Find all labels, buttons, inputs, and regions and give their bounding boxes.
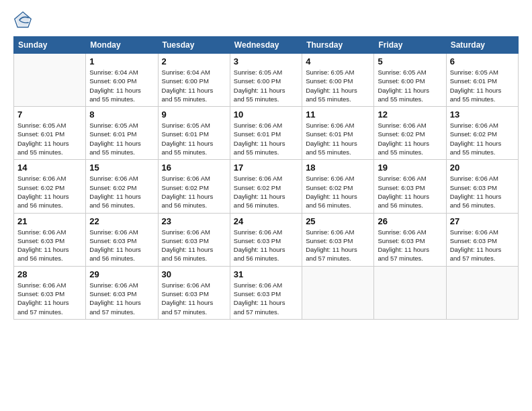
calendar-cell: 30Sunrise: 6:06 AM Sunset: 6:03 PM Dayli…: [158, 266, 230, 319]
day-number: 24: [234, 216, 298, 226]
day-info: Sunrise: 6:06 AM Sunset: 6:03 PM Dayligh…: [378, 174, 442, 210]
day-number: 12: [378, 109, 442, 120]
calendar-cell: 20Sunrise: 6:06 AM Sunset: 6:03 PM Dayli…: [446, 160, 518, 213]
day-number: 2: [162, 56, 226, 66]
calendar-cell: 22Sunrise: 6:06 AM Sunset: 6:03 PM Dayli…: [86, 213, 158, 266]
day-info: Sunrise: 6:06 AM Sunset: 6:02 PM Dayligh…: [378, 121, 442, 156]
calendar-row: 21Sunrise: 6:06 AM Sunset: 6:03 PM Dayli…: [14, 213, 519, 266]
calendar-cell: 27Sunrise: 6:06 AM Sunset: 6:03 PM Dayli…: [446, 213, 518, 266]
weekday-header: Sunday: [14, 37, 86, 54]
day-info: Sunrise: 6:06 AM Sunset: 6:02 PM Dayligh…: [17, 174, 82, 210]
day-number: 8: [89, 109, 154, 120]
day-number: 7: [17, 109, 82, 120]
day-number: 15: [89, 163, 154, 173]
calendar-cell: 17Sunrise: 6:06 AM Sunset: 6:02 PM Dayli…: [230, 160, 302, 213]
day-info: Sunrise: 6:06 AM Sunset: 6:02 PM Dayligh…: [450, 121, 515, 156]
day-info: Sunrise: 6:06 AM Sunset: 6:02 PM Dayligh…: [162, 174, 226, 210]
day-number: 1: [89, 56, 154, 66]
calendar-cell: 1Sunrise: 6:04 AM Sunset: 6:00 PM Daylig…: [86, 54, 158, 107]
day-number: 29: [89, 269, 154, 279]
day-info: Sunrise: 6:06 AM Sunset: 6:02 PM Dayligh…: [306, 174, 370, 210]
day-number: 19: [378, 163, 442, 173]
calendar-cell: 15Sunrise: 6:06 AM Sunset: 6:02 PM Dayli…: [86, 160, 158, 213]
day-number: 18: [306, 163, 370, 173]
day-info: Sunrise: 6:05 AM Sunset: 6:00 PM Dayligh…: [378, 68, 442, 103]
day-number: 14: [17, 163, 82, 173]
calendar-row: 14Sunrise: 6:06 AM Sunset: 6:02 PM Dayli…: [14, 160, 519, 213]
day-info: Sunrise: 6:06 AM Sunset: 6:03 PM Dayligh…: [89, 228, 154, 263]
day-number: 30: [162, 269, 226, 279]
day-number: 31: [234, 269, 298, 279]
calendar-cell: 13Sunrise: 6:06 AM Sunset: 6:02 PM Dayli…: [446, 107, 518, 160]
day-number: 17: [234, 163, 298, 173]
calendar-cell: 24Sunrise: 6:06 AM Sunset: 6:03 PM Dayli…: [230, 213, 302, 266]
calendar-cell: 28Sunrise: 6:06 AM Sunset: 6:03 PM Dayli…: [14, 266, 86, 319]
calendar-cell: 10Sunrise: 6:06 AM Sunset: 6:01 PM Dayli…: [230, 107, 302, 160]
day-number: 13: [450, 109, 515, 120]
calendar-cell: 12Sunrise: 6:06 AM Sunset: 6:02 PM Dayli…: [374, 107, 446, 160]
day-info: Sunrise: 6:06 AM Sunset: 6:03 PM Dayligh…: [450, 228, 515, 263]
day-number: 16: [162, 163, 226, 173]
weekday-header-row: SundayMondayTuesdayWednesdayThursdayFrid…: [14, 37, 519, 54]
day-info: Sunrise: 6:06 AM Sunset: 6:02 PM Dayligh…: [234, 174, 298, 210]
day-number: 27: [450, 216, 515, 226]
day-number: 10: [234, 109, 298, 120]
day-number: 23: [162, 216, 226, 226]
calendar-cell: 11Sunrise: 6:06 AM Sunset: 6:01 PM Dayli…: [302, 107, 374, 160]
day-number: 25: [306, 216, 370, 226]
calendar-cell: 18Sunrise: 6:06 AM Sunset: 6:02 PM Dayli…: [302, 160, 374, 213]
logo-line: [13, 11, 34, 30]
svg-marker-1: [16, 13, 30, 26]
header: [13, 11, 519, 30]
calendar-cell: [446, 266, 518, 319]
calendar-cell: 8Sunrise: 6:05 AM Sunset: 6:01 PM Daylig…: [86, 107, 158, 160]
day-number: 28: [17, 269, 82, 279]
day-info: Sunrise: 6:05 AM Sunset: 6:01 PM Dayligh…: [17, 121, 82, 156]
day-info: Sunrise: 6:05 AM Sunset: 6:01 PM Dayligh…: [162, 121, 226, 156]
weekday-header: Thursday: [302, 37, 374, 54]
page: SundayMondayTuesdayWednesdayThursdayFrid…: [0, 0, 532, 326]
calendar-row: 1Sunrise: 6:04 AM Sunset: 6:00 PM Daylig…: [14, 54, 519, 107]
calendar-cell: 23Sunrise: 6:06 AM Sunset: 6:03 PM Dayli…: [158, 213, 230, 266]
day-info: Sunrise: 6:06 AM Sunset: 6:01 PM Dayligh…: [306, 121, 370, 156]
calendar-cell: 29Sunrise: 6:06 AM Sunset: 6:03 PM Dayli…: [86, 266, 158, 319]
calendar-cell: 4Sunrise: 6:05 AM Sunset: 6:00 PM Daylig…: [302, 54, 374, 107]
calendar-cell: 14Sunrise: 6:06 AM Sunset: 6:02 PM Dayli…: [14, 160, 86, 213]
day-number: 6: [450, 56, 515, 66]
day-number: 21: [17, 216, 82, 226]
day-number: 26: [378, 216, 442, 226]
calendar-cell: 6Sunrise: 6:05 AM Sunset: 6:01 PM Daylig…: [446, 54, 518, 107]
calendar-cell: 5Sunrise: 6:05 AM Sunset: 6:00 PM Daylig…: [374, 54, 446, 107]
day-info: Sunrise: 6:06 AM Sunset: 6:03 PM Dayligh…: [234, 228, 298, 263]
calendar-cell: 19Sunrise: 6:06 AM Sunset: 6:03 PM Dayli…: [374, 160, 446, 213]
day-info: Sunrise: 6:05 AM Sunset: 6:01 PM Dayligh…: [89, 121, 154, 156]
day-info: Sunrise: 6:06 AM Sunset: 6:03 PM Dayligh…: [162, 228, 226, 263]
day-info: Sunrise: 6:06 AM Sunset: 6:01 PM Dayligh…: [234, 121, 298, 156]
day-number: 22: [89, 216, 154, 226]
day-number: 20: [450, 163, 515, 173]
day-number: 11: [306, 109, 370, 120]
logo-icon: [13, 11, 32, 30]
calendar-cell: 9Sunrise: 6:05 AM Sunset: 6:01 PM Daylig…: [158, 107, 230, 160]
calendar-cell: 31Sunrise: 6:06 AM Sunset: 6:03 PM Dayli…: [230, 266, 302, 319]
day-number: 9: [162, 109, 226, 120]
day-info: Sunrise: 6:06 AM Sunset: 6:03 PM Dayligh…: [234, 281, 298, 316]
calendar-row: 28Sunrise: 6:06 AM Sunset: 6:03 PM Dayli…: [14, 266, 519, 319]
calendar-cell: 26Sunrise: 6:06 AM Sunset: 6:03 PM Dayli…: [374, 213, 446, 266]
day-info: Sunrise: 6:06 AM Sunset: 6:03 PM Dayligh…: [89, 281, 154, 316]
calendar-cell: 2Sunrise: 6:04 AM Sunset: 6:00 PM Daylig…: [158, 54, 230, 107]
day-number: 3: [234, 56, 298, 66]
day-info: Sunrise: 6:06 AM Sunset: 6:03 PM Dayligh…: [17, 228, 82, 263]
day-info: Sunrise: 6:06 AM Sunset: 6:03 PM Dayligh…: [17, 281, 82, 316]
calendar-cell: [14, 54, 86, 107]
calendar-cell: 16Sunrise: 6:06 AM Sunset: 6:02 PM Dayli…: [158, 160, 230, 213]
day-info: Sunrise: 6:06 AM Sunset: 6:03 PM Dayligh…: [450, 174, 515, 210]
day-info: Sunrise: 6:06 AM Sunset: 6:03 PM Dayligh…: [378, 228, 442, 263]
calendar-table: SundayMondayTuesdayWednesdayThursdayFrid…: [13, 36, 519, 320]
weekday-header: Saturday: [446, 37, 518, 54]
calendar-cell: 7Sunrise: 6:05 AM Sunset: 6:01 PM Daylig…: [14, 107, 86, 160]
day-info: Sunrise: 6:04 AM Sunset: 6:00 PM Dayligh…: [162, 68, 226, 103]
day-info: Sunrise: 6:06 AM Sunset: 6:03 PM Dayligh…: [162, 281, 226, 316]
calendar-cell: 21Sunrise: 6:06 AM Sunset: 6:03 PM Dayli…: [14, 213, 86, 266]
weekday-header: Friday: [374, 37, 446, 54]
